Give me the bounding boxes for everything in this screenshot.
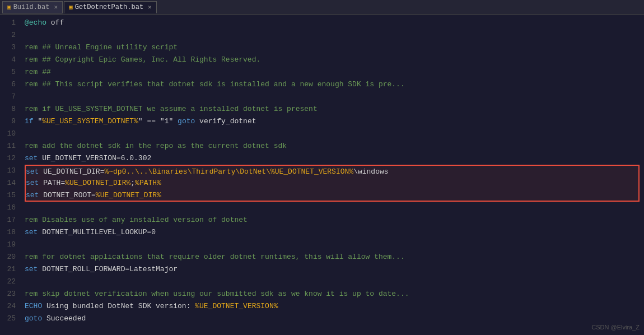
line-number-20: 20 (0, 251, 16, 263)
line-number-1: 1 (0, 17, 16, 29)
line-number-12: 12 (0, 152, 16, 165)
line-numbers: 1234567891011121314151617181920212223242… (0, 15, 20, 335)
line-number-7: 7 (0, 91, 16, 103)
bat-icon-1: ▣ (7, 3, 11, 11)
code-line-9: if "%UE_USE_SYSTEM_DOTNET%" == "1" goto … (25, 115, 640, 128)
code-area: 1234567891011121314151617181920212223242… (0, 15, 644, 335)
tab-getdotnetpath-bat[interactable]: ▣ GetDotnetPath.bat ✕ (64, 1, 157, 13)
code-line-4: rem ## Copyright Epic Games, Inc. All Ri… (25, 54, 640, 66)
tab-bar: ▣ Build.bat ✕ ▣ GetDotnetPath.bat ✕ (0, 0, 644, 15)
line-number-22: 22 (0, 276, 16, 288)
line-number-15: 15 (0, 189, 16, 202)
line-number-21: 21 (0, 263, 16, 276)
line-number-25: 25 (0, 313, 16, 325)
line-number-9: 9 (0, 115, 16, 128)
code-line-13: set UE_DOTNET_DIR=%~dp0..\..\Binaries\Th… (25, 165, 640, 177)
line-number-3: 3 (0, 41, 16, 54)
code-line-12: set UE_DOTNET_VERSION=6.0.302 (25, 152, 640, 165)
tab-label-1: Build.bat (13, 3, 50, 11)
code-line-7 (25, 91, 640, 103)
code-line-5: rem ## (25, 66, 640, 78)
code-line-1: @echo off (25, 17, 640, 29)
code-line-2 (25, 29, 640, 41)
tab-close-1[interactable]: ✕ (54, 3, 58, 11)
code-line-20: rem for dotnet applications that require… (25, 251, 640, 263)
code-line-16 (25, 202, 640, 214)
code-content: @echo offrem ## Unreal Engine utility sc… (20, 15, 644, 335)
tab-label-2: GetDotnetPath.bat (75, 3, 143, 11)
code-line-8: rem if UE_USE_SYSTEM_DOTNET we assume a … (25, 103, 640, 115)
line-number-17: 17 (0, 214, 16, 226)
code-line-18: set DOTNET_MULTILEVEL_LOOKUP=0 (25, 226, 640, 239)
line-number-10: 10 (0, 128, 16, 140)
code-line-10 (25, 128, 640, 140)
code-line-23: rem skip dotnet verification when using … (25, 288, 640, 300)
tab-build-bat[interactable]: ▣ Build.bat ✕ (2, 1, 63, 13)
code-line-25: goto Succeeded (25, 313, 640, 325)
code-line-3: rem ## Unreal Engine utility script (25, 41, 640, 54)
code-line-22 (25, 276, 640, 288)
line-number-13: 13 (0, 165, 16, 177)
line-number-16: 16 (0, 202, 16, 214)
line-number-14: 14 (0, 177, 16, 189)
line-number-24: 24 (0, 300, 16, 313)
code-line-14: set PATH=%UE_DOTNET_DIR%;%PATH% (25, 177, 640, 189)
code-line-24: ECHO Using bundled DotNet SDK version: %… (25, 300, 640, 313)
code-line-15: set DOTNET_ROOT=%UE_DOTNET_DIR% (25, 189, 640, 202)
line-number-18: 18 (0, 226, 16, 239)
code-line-19 (25, 239, 640, 251)
code-line-21: set DOTNET_ROLL_FORWARD=LatestMajor (25, 263, 640, 276)
line-number-19: 19 (0, 239, 16, 251)
line-number-5: 5 (0, 66, 16, 78)
line-number-4: 4 (0, 54, 16, 66)
tab-close-2[interactable]: ✕ (148, 3, 152, 11)
line-number-6: 6 (0, 78, 16, 91)
line-number-11: 11 (0, 140, 16, 152)
line-number-23: 23 (0, 288, 16, 300)
watermark: CSDN @Elvira_Z (591, 324, 640, 331)
code-line-17: rem Disables use of any installed versio… (25, 214, 640, 226)
code-line-11: rem add the dotnet sdk in the repo as th… (25, 140, 640, 152)
code-line-6: rem ## This script verifies that dotnet … (25, 78, 640, 91)
editor-container: ▣ Build.bat ✕ ▣ GetDotnetPath.bat ✕ 1234… (0, 0, 644, 335)
line-number-2: 2 (0, 29, 16, 41)
line-number-8: 8 (0, 103, 16, 115)
bat-icon-2: ▣ (69, 3, 73, 11)
